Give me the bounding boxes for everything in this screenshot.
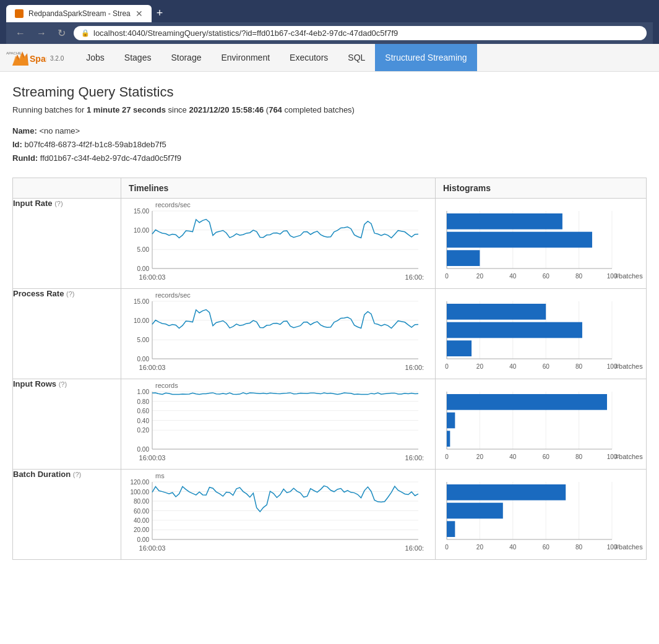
- help-icon[interactable]: (?): [54, 200, 62, 207]
- spark-logo: Spark APACHE 3.2.0: [6, 48, 64, 67]
- table-row: Process Rate (?) records/sec 15.0010.005…: [13, 289, 647, 379]
- help-icon[interactable]: (?): [73, 471, 81, 478]
- nav-environment[interactable]: Environment: [211, 44, 280, 71]
- svg-text:16:00:03: 16:00:03: [139, 364, 166, 371]
- svg-text:16:00:13: 16:00:13: [405, 544, 424, 552]
- svg-text:0.00: 0.00: [137, 446, 150, 453]
- spark-navbar: Spark APACHE 3.2.0 Jobs Stages Storage E…: [0, 44, 659, 72]
- status-duration: 1 minute 27 seconds: [87, 105, 166, 114]
- table-row: Batch Duration (?) ms 120.00100.0080.006…: [13, 470, 647, 560]
- histogram-bar: [447, 522, 455, 538]
- spark-logo-img: Spark APACHE: [6, 48, 46, 67]
- reload-button[interactable]: ↻: [54, 26, 69, 40]
- col-timelines: Timelines: [121, 178, 436, 199]
- svg-text:1.00: 1.00: [137, 389, 150, 395]
- svg-text:80.00: 80.00: [134, 498, 149, 505]
- svg-text:10.00: 10.00: [134, 317, 149, 324]
- help-icon[interactable]: (?): [59, 380, 67, 388]
- close-tab-icon[interactable]: ✕: [136, 9, 143, 19]
- svg-text:20: 20: [476, 453, 484, 460]
- histogram-bar: [447, 251, 480, 267]
- svg-text:0.40: 0.40: [137, 418, 150, 424]
- histogram-bar: [447, 232, 592, 248]
- address-bar-container: ← → ↻ 🔒 localhost:4040/StreamingQuery/st…: [6, 22, 653, 44]
- svg-text:80: 80: [575, 544, 583, 551]
- query-info: Name: <no name> Id: b07fc4f8-6873-4f2f-b…: [12, 124, 647, 165]
- timeline-cell: records 1.000.800.600.400.200.00 16:00:0…: [121, 379, 436, 470]
- col-empty: [13, 178, 121, 199]
- page-title: Streaming Query Statistics: [12, 84, 647, 100]
- runid-label: RunId:: [12, 153, 38, 163]
- timeline-chart: ms 120.00100.0080.0060.0040.0020.000.00 …: [121, 470, 424, 559]
- svg-text:40: 40: [509, 544, 517, 551]
- histogram-cell: 0 20 40 60 80 100 #batches: [436, 379, 647, 470]
- svg-text:16:00:13: 16:00:13: [405, 364, 424, 371]
- name-value: <no name>: [39, 126, 80, 135]
- status-since-date: 2021/12/20 15:58:46: [189, 105, 264, 114]
- svg-text:20: 20: [476, 273, 484, 280]
- spark-version: 3.2.0: [50, 55, 64, 62]
- table-row: Input Rows (?) records 1.000.800.600.400…: [13, 379, 647, 470]
- browser-chrome: RedpandaSparkStream - Strea ✕ + ← → ↻ 🔒 …: [0, 0, 659, 44]
- nav-executors[interactable]: Executors: [280, 44, 338, 71]
- svg-marker-1: [12, 53, 28, 66]
- histogram-bar: [447, 322, 582, 338]
- svg-text:40: 40: [509, 363, 517, 370]
- new-tab-button[interactable]: +: [152, 7, 168, 20]
- svg-text:0.60: 0.60: [137, 408, 150, 414]
- nav-jobs[interactable]: Jobs: [76, 44, 114, 71]
- svg-text:15.00: 15.00: [134, 298, 149, 305]
- nav-sql[interactable]: SQL: [338, 44, 375, 71]
- histogram-bar: [447, 503, 503, 519]
- status-batches-suffix: completed batches): [284, 105, 354, 114]
- row-label: Input Rows (?): [13, 379, 121, 470]
- svg-text:0: 0: [445, 273, 449, 280]
- row-label-text: Process Rate: [13, 289, 64, 298]
- histogram-bar: [447, 341, 472, 357]
- address-bar[interactable]: 🔒 localhost:4040/StreamingQuery/statisti…: [74, 26, 647, 40]
- svg-text:APACHE: APACHE: [6, 51, 21, 55]
- nav-storage[interactable]: Storage: [161, 44, 211, 71]
- nav-structured-streaming[interactable]: Structured Streaming: [375, 44, 476, 71]
- lock-icon: 🔒: [81, 29, 90, 37]
- histogram-bar: [447, 484, 566, 500]
- svg-text:80: 80: [575, 453, 583, 460]
- help-icon[interactable]: (?): [66, 290, 74, 298]
- svg-text:Spark: Spark: [30, 54, 46, 64]
- histogram-chart: 0 20 40 60 80 100 #batches: [436, 199, 646, 288]
- svg-text:20: 20: [476, 544, 484, 551]
- nav-stages[interactable]: Stages: [114, 44, 162, 71]
- svg-text:20: 20: [476, 363, 484, 370]
- row-label: Batch Duration (?): [13, 470, 121, 560]
- svg-text:120.00: 120.00: [130, 479, 149, 486]
- histogram-cell: 0 20 40 60 80 100 #batches: [436, 199, 647, 289]
- name-label: Name:: [12, 126, 37, 135]
- timeline-chart: records 1.000.800.600.400.200.00 16:00:0…: [121, 379, 424, 469]
- svg-text:0: 0: [445, 453, 449, 460]
- id-value: b07fc4f8-6873-4f2f-b1c8-59ab18deb7f5: [25, 140, 166, 149]
- nav-links: Jobs Stages Storage Environment Executor…: [76, 44, 476, 71]
- svg-text:15.00: 15.00: [134, 208, 149, 215]
- histogram-bar: [447, 394, 607, 410]
- svg-text:80: 80: [575, 363, 583, 370]
- svg-text:20.00: 20.00: [134, 527, 149, 534]
- histogram-bar: [447, 304, 546, 320]
- timeline-unit: records/sec: [155, 291, 191, 299]
- svg-text:60: 60: [543, 453, 550, 460]
- svg-text:40: 40: [509, 273, 517, 280]
- svg-text:#batches: #batches: [615, 543, 643, 551]
- svg-text:16:00:03: 16:00:03: [139, 273, 166, 281]
- browser-tab[interactable]: RedpandaSparkStream - Strea ✕: [6, 5, 152, 22]
- main-content: Streaming Query Statistics Running batch…: [0, 72, 659, 572]
- back-button[interactable]: ←: [12, 27, 28, 40]
- svg-text:40.00: 40.00: [134, 517, 149, 524]
- svg-text:0.00: 0.00: [137, 265, 150, 272]
- histogram-chart: 0 20 40 60 80 100 #batches: [436, 289, 646, 379]
- svg-text:60: 60: [543, 363, 550, 370]
- svg-text:#batches: #batches: [615, 272, 643, 280]
- forward-button[interactable]: →: [33, 27, 50, 40]
- status-since-prefix: since: [168, 105, 187, 114]
- col-histograms: Histograms: [436, 178, 647, 199]
- histogram-bar: [447, 413, 455, 429]
- url-text: localhost:4040/StreamingQuery/statistics…: [93, 28, 398, 38]
